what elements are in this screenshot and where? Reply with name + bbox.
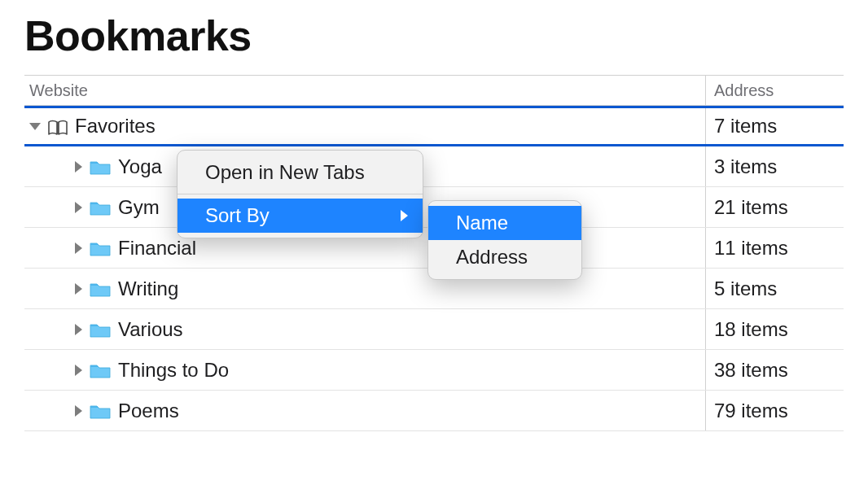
row-label: Various bbox=[118, 318, 183, 341]
row-label: Things to Do bbox=[118, 359, 229, 382]
menu-item-open-tabs[interactable]: Open in New Tabs bbox=[178, 155, 423, 190]
chevron-right-icon[interactable] bbox=[75, 161, 82, 173]
menu-item-sort-by[interactable]: Sort By bbox=[178, 199, 423, 233]
table-row[interactable]: Various 18 items bbox=[24, 309, 844, 350]
folder-icon bbox=[89, 158, 112, 176]
row-count: 21 items bbox=[705, 187, 844, 227]
row-label: Writing bbox=[118, 277, 178, 300]
folder-icon bbox=[89, 280, 112, 298]
folder-icon bbox=[89, 199, 112, 216]
submenu-item-address[interactable]: Address bbox=[428, 240, 581, 274]
row-count: 5 items bbox=[705, 269, 844, 308]
chevron-right-icon[interactable] bbox=[75, 283, 82, 295]
row-count: 11 items bbox=[705, 228, 844, 268]
menu-item-label: Sort By bbox=[205, 204, 270, 227]
folder-icon bbox=[89, 402, 112, 420]
row-label: Yoga bbox=[118, 155, 162, 178]
row-label: Poems bbox=[118, 400, 179, 422]
column-header-address[interactable]: Address bbox=[705, 76, 844, 105]
chevron-down-icon[interactable] bbox=[29, 123, 41, 130]
menu-separator bbox=[178, 194, 423, 194]
chevron-right-icon[interactable] bbox=[75, 324, 82, 335]
table-row[interactable]: Poems 79 items bbox=[24, 391, 844, 431]
column-header-website[interactable]: Website bbox=[24, 81, 705, 100]
table-row[interactable]: Yoga 3 items bbox=[24, 146, 844, 187]
folder-icon bbox=[89, 321, 112, 339]
context-menu: Open in New Tabs Sort By bbox=[177, 150, 423, 238]
submenu-item-name[interactable]: Name bbox=[428, 206, 581, 240]
table-row[interactable]: Favorites 7 items bbox=[24, 106, 844, 146]
table-row[interactable]: Things to Do 38 items bbox=[24, 350, 844, 391]
row-count: 7 items bbox=[705, 108, 844, 144]
row-count: 38 items bbox=[705, 350, 844, 390]
row-label: Financial bbox=[118, 237, 196, 260]
table-header: Website Address bbox=[24, 75, 844, 106]
book-icon bbox=[47, 118, 68, 134]
chevron-right-icon bbox=[401, 210, 408, 221]
chevron-right-icon[interactable] bbox=[75, 202, 82, 213]
row-label: Gym bbox=[118, 196, 160, 219]
chevron-right-icon[interactable] bbox=[75, 405, 82, 417]
page-title: Bookmarks bbox=[24, 11, 844, 60]
row-count: 79 items bbox=[705, 391, 844, 430]
chevron-right-icon[interactable] bbox=[75, 365, 82, 376]
row-count: 3 items bbox=[705, 146, 844, 186]
chevron-right-icon[interactable] bbox=[75, 242, 82, 254]
submenu-sort-by: Name Address bbox=[427, 200, 582, 280]
folder-icon bbox=[89, 361, 112, 379]
folder-icon bbox=[89, 239, 112, 257]
row-label: Favorites bbox=[75, 115, 156, 138]
row-count: 18 items bbox=[705, 309, 844, 349]
